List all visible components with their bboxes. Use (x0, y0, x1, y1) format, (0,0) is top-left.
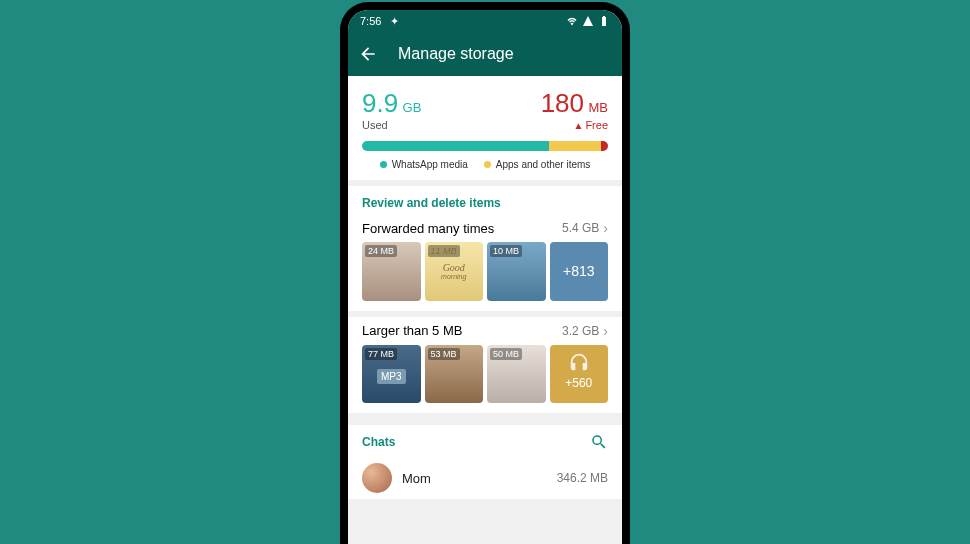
back-arrow-icon[interactable] (358, 44, 378, 64)
free-unit: MB (589, 100, 609, 115)
media-thumb[interactable]: 50 MB (487, 345, 546, 404)
forwarded-header[interactable]: Forwarded many times 5.4 GB› (362, 220, 608, 236)
media-thumb-more[interactable]: +813 (550, 242, 609, 301)
storage-used: 9.9 GB Used (362, 88, 421, 131)
chat-name: Mom (402, 471, 547, 486)
media-thumb[interactable]: 11 MBGoodmorning (425, 242, 484, 301)
storage-legend: WhatsApp media Apps and other items (362, 159, 608, 170)
chat-row[interactable]: Mom 346.2 MB (348, 457, 622, 499)
bar-segment-free (601, 141, 608, 151)
forwarded-title: Forwarded many times (362, 221, 494, 236)
larger-title: Larger than 5 MB (362, 323, 462, 338)
larger-thumbs: 77 MBMP3 53 MB 50 MB +560 (362, 345, 608, 404)
storage-summary: 9.9 GB Used 180 MB ▲Free (362, 88, 608, 131)
used-value: 9.9 (362, 88, 398, 118)
search-icon[interactable] (590, 433, 608, 451)
status-right (566, 15, 610, 27)
legend-media: WhatsApp media (380, 159, 468, 170)
battery-icon (598, 15, 610, 27)
app-bar: Manage storage (348, 32, 622, 76)
media-thumb-more[interactable]: +560 (550, 345, 609, 404)
used-label: Used (362, 119, 421, 131)
status-time: 7:56 (360, 15, 381, 27)
larger-header[interactable]: Larger than 5 MB 3.2 GB› (362, 323, 608, 339)
chat-size: 346.2 MB (557, 471, 608, 485)
chevron-right-icon: › (603, 220, 608, 236)
warning-icon: ▲ (573, 120, 583, 131)
media-thumb[interactable]: 24 MB (362, 242, 421, 301)
used-unit: GB (403, 100, 422, 115)
media-thumb[interactable]: 77 MBMP3 (362, 345, 421, 404)
larger-group[interactable]: Larger than 5 MB 3.2 GB› 77 MBMP3 53 MB … (348, 317, 622, 414)
bar-segment-media (362, 141, 549, 151)
signal-icon (582, 15, 594, 27)
chevron-right-icon: › (603, 323, 608, 339)
storage-free: 180 MB ▲Free (541, 88, 608, 131)
screen: 7:56 ✦ Manage storage 9.9 GB Used 1 (348, 10, 622, 544)
status-bar: 7:56 ✦ (348, 10, 622, 32)
notification-dot-icon: ✦ (390, 15, 399, 27)
dot-icon (380, 161, 387, 168)
avatar (362, 463, 392, 493)
headphones-icon (568, 351, 590, 373)
storage-card: 9.9 GB Used 180 MB ▲Free WhatsApp me (348, 76, 622, 180)
forwarded-thumbs: 24 MB 11 MBGoodmorning 10 MB +813 (362, 242, 608, 301)
review-section-title: Review and delete items (348, 186, 622, 214)
media-thumb[interactable]: 10 MB (487, 242, 546, 301)
dot-icon (484, 161, 491, 168)
status-left: 7:56 ✦ (360, 15, 399, 28)
wifi-icon (566, 15, 578, 27)
media-thumb[interactable]: 53 MB (425, 345, 484, 404)
app-bar-title: Manage storage (398, 45, 514, 63)
bar-segment-apps (549, 141, 601, 151)
chats-title: Chats (362, 435, 395, 449)
forwarded-size: 5.4 GB› (562, 220, 608, 236)
larger-size: 3.2 GB› (562, 323, 608, 339)
forwarded-group[interactable]: Forwarded many times 5.4 GB› 24 MB 11 MB… (348, 214, 622, 311)
chats-header: Chats (348, 425, 622, 457)
mp3-badge: MP3 (377, 369, 406, 384)
free-label: ▲Free (541, 119, 608, 131)
phone-frame: 7:56 ✦ Manage storage 9.9 GB Used 1 (340, 2, 630, 544)
storage-bar (362, 141, 608, 151)
free-value: 180 (541, 88, 584, 118)
legend-apps: Apps and other items (484, 159, 591, 170)
